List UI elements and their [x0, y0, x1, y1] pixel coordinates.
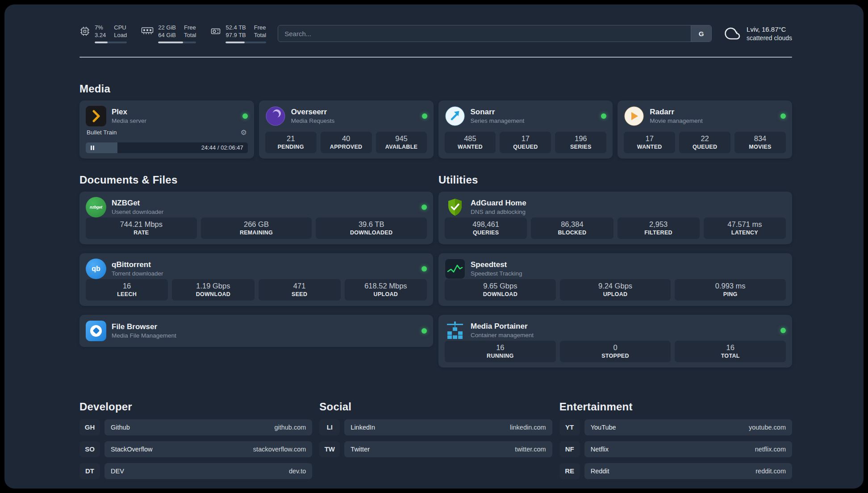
- stat-tile: 618.52 Mbps UPLOAD: [345, 279, 427, 301]
- stat-label: APPROVED: [330, 144, 363, 150]
- stat-label: DOWNLOAD: [196, 291, 230, 297]
- cpu-usage-value: 7%: [95, 24, 106, 32]
- search-bar[interactable]: G: [278, 25, 712, 42]
- link-url: linkedin.com: [510, 424, 546, 431]
- stat-value: 744.21 Mbps: [120, 220, 163, 229]
- qbittorrent-card[interactable]: qb qBittorrent Torrent downloader 16 LEE…: [79, 253, 433, 306]
- app-titles: NZBGet Usenet downloader: [112, 199, 163, 215]
- link-name: DEV: [111, 468, 124, 475]
- playback-progress-bar[interactable]: 24:44 / 02:06:47: [86, 142, 248, 153]
- app-titles: File Browser Media File Management: [112, 322, 176, 339]
- stat-label: UPLOAD: [603, 291, 628, 297]
- speedtest-icon: [445, 259, 465, 279]
- plex-icon: [86, 106, 106, 126]
- stat-value: 945: [395, 134, 408, 143]
- radarr-icon: [624, 106, 644, 126]
- stat-tile: 498,461 QUERIES: [445, 217, 527, 239]
- status-dot: [601, 113, 606, 119]
- stat-label: RATE: [134, 230, 149, 236]
- nzbget-card[interactable]: nzbget NZBGet Usenet downloader 744.21 M…: [79, 192, 433, 244]
- stat-label: WANTED: [637, 144, 662, 150]
- stat-label: QUERIES: [473, 230, 499, 236]
- disk-readout: 52.4 TB 97.9 TB Free Total: [225, 24, 266, 43]
- disk-total-value: 97.9 TB: [225, 32, 246, 39]
- stat-tile: 9.65 Gbps DOWNLOAD: [445, 279, 556, 301]
- cpu-readout: 7% 3.24 CPU Load: [95, 24, 127, 43]
- speedtest-card[interactable]: Speedtest Speedtest Tracking 9.65 Gbps D…: [438, 253, 792, 306]
- adguard-card[interactable]: AdGuard Home DNS and adblocking 498,461 …: [438, 192, 792, 244]
- stat-value: 16: [496, 343, 504, 352]
- sonarr-card[interactable]: Sonarr Series management 485 WANTED 17 Q…: [438, 100, 613, 159]
- app-name: Radarr: [650, 108, 703, 117]
- overseerr-card[interactable]: Overseerr Media Requests 21 PENDING 40 A…: [259, 100, 434, 159]
- pause-icon[interactable]: [90, 146, 95, 150]
- qbittorrent-icon: qb: [86, 259, 106, 279]
- link-badge: LI: [319, 419, 340, 435]
- stat-tile: 17 QUEUED: [500, 132, 551, 153]
- link-bar: LinkedIn linkedin.com: [344, 419, 552, 435]
- card-header: Plex Media server: [86, 106, 248, 126]
- app-subtitle: DNS and adblocking: [471, 209, 526, 215]
- app-subtitle: Torrent downloader: [112, 270, 163, 277]
- link-dev[interactable]: DT DEV dev.to: [79, 463, 312, 479]
- status-dot: [421, 205, 427, 210]
- stat-tile: 0 STOPPED: [560, 341, 671, 362]
- status-dot: [242, 113, 248, 119]
- stat-label: SERIES: [570, 144, 592, 150]
- divider: [79, 57, 792, 58]
- status-dot: [421, 328, 427, 334]
- now-playing-row: Bullet Train ⚙: [86, 126, 248, 139]
- link-bar: Netflix netflix.com: [584, 441, 792, 457]
- link-stackoverflow[interactable]: SO StackOverflow stackoverflow.com: [79, 441, 312, 457]
- stat-label: QUEUED: [513, 144, 538, 150]
- memory-total-label: Total: [184, 32, 196, 39]
- stat-label: AVAILABLE: [385, 144, 417, 150]
- memory-free-value: 22 GiB: [158, 24, 176, 32]
- portainer-icon: [445, 320, 465, 341]
- app-name: Sonarr: [471, 108, 525, 117]
- stat-tile: 16 TOTAL: [675, 341, 786, 362]
- link-name: YouTube: [591, 424, 616, 431]
- stat-tile: 39.6 TB DOWNLOADED: [316, 217, 427, 239]
- filebrowser-card[interactable]: File Browser Media File Management: [79, 315, 433, 347]
- stat-label: QUEUED: [693, 144, 717, 150]
- link-bar: YouTube youtube.com: [584, 419, 792, 435]
- cpu-load-label: Load: [114, 32, 127, 39]
- plex-card[interactable]: Plex Media server Bullet Train ⚙ 24:44 /…: [79, 100, 254, 159]
- link-reddit[interactable]: RE Reddit reddit.com: [559, 463, 792, 479]
- search-engine-button[interactable]: G: [691, 25, 711, 42]
- link-twitter[interactable]: TW Twitter twitter.com: [319, 441, 552, 457]
- link-url: stackoverflow.com: [253, 446, 306, 453]
- section-title-media: Media: [79, 83, 792, 95]
- link-bar: Github github.com: [104, 419, 312, 435]
- app-name: Speedtest: [471, 260, 522, 269]
- cloud-icon: [723, 25, 742, 42]
- stat-tile: 266 GB REMAINING: [201, 217, 312, 239]
- card-header: Overseerr Media Requests: [265, 106, 427, 126]
- stat-label: LATENCY: [731, 230, 758, 236]
- gear-icon[interactable]: ⚙: [240, 129, 246, 136]
- app-subtitle: Media Requests: [291, 117, 335, 124]
- link-badge: TW: [319, 441, 340, 457]
- radarr-card[interactable]: Radarr Movie management 17 WANTED 22 QUE…: [618, 100, 792, 159]
- search-input[interactable]: [278, 25, 691, 42]
- card-header: Media Portainer Container management: [445, 320, 786, 341]
- link-linkedin[interactable]: LI LinkedIn linkedin.com: [319, 419, 552, 435]
- app-titles: qBittorrent Torrent downloader: [112, 260, 163, 277]
- link-badge: NF: [559, 441, 580, 457]
- app-titles: Speedtest Speedtest Tracking: [471, 260, 522, 277]
- stat-tile: 17 WANTED: [624, 132, 675, 153]
- link-github[interactable]: GH Github github.com: [79, 419, 312, 435]
- link-netflix[interactable]: NF Netflix netflix.com: [559, 441, 792, 457]
- stat-tile: 834 MOVIES: [734, 132, 786, 153]
- nzbget-icon: nzbget: [86, 197, 106, 217]
- portainer-card[interactable]: Media Portainer Container management 16 …: [438, 315, 792, 368]
- link-badge: YT: [559, 419, 580, 435]
- link-youtube[interactable]: YT YouTube youtube.com: [559, 419, 792, 435]
- stat-tile: 21 PENDING: [265, 132, 317, 153]
- app-titles: Plex Media server: [112, 108, 146, 124]
- stat-value: 86,384: [561, 220, 583, 229]
- card-header: AdGuard Home DNS and adblocking: [445, 197, 786, 217]
- stat-label: TOTAL: [721, 353, 740, 359]
- memory-total-value: 64 GiB: [158, 32, 176, 39]
